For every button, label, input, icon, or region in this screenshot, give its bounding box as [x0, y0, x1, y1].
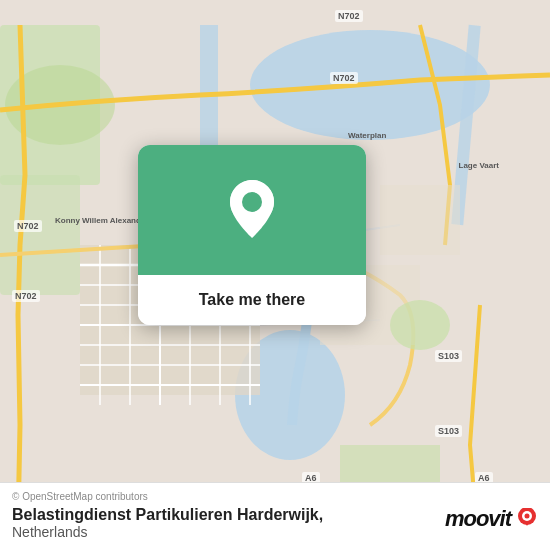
road-label-s103: S103 — [435, 350, 462, 362]
road-label-s103-2: S103 — [435, 425, 462, 437]
moovit-icon — [516, 508, 538, 530]
bottom-bar: © OpenStreetMap contributors Belastingdi… — [0, 482, 550, 550]
road-label-n702-left: N702 — [14, 220, 42, 232]
map-container: N702 N702 N702 N702 702 S103 S103 A6 A6 … — [0, 0, 550, 550]
popup-map-area — [138, 145, 366, 275]
moovit-text: moovit — [445, 506, 511, 532]
location-pin — [227, 180, 277, 240]
road-label-n702-top: N702 — [335, 10, 363, 22]
svg-point-27 — [390, 300, 450, 350]
attribution-text: © OpenStreetMap contributors — [12, 491, 538, 502]
road-label-waterplan: Waterplan — [345, 130, 389, 141]
svg-rect-6 — [0, 175, 80, 295]
svg-rect-3 — [200, 25, 218, 145]
take-me-there-button[interactable]: Take me there — [138, 275, 366, 325]
svg-point-30 — [242, 192, 262, 212]
road-label-vaart: Lage Vaart — [456, 160, 502, 171]
moovit-logo: moovit — [445, 506, 538, 532]
road-label-n702-2: N702 — [330, 72, 358, 84]
svg-point-34 — [525, 514, 530, 519]
popup-card: Take me there — [138, 145, 366, 325]
svg-rect-26 — [380, 185, 460, 255]
road-label-n702-left2: N702 — [12, 290, 40, 302]
